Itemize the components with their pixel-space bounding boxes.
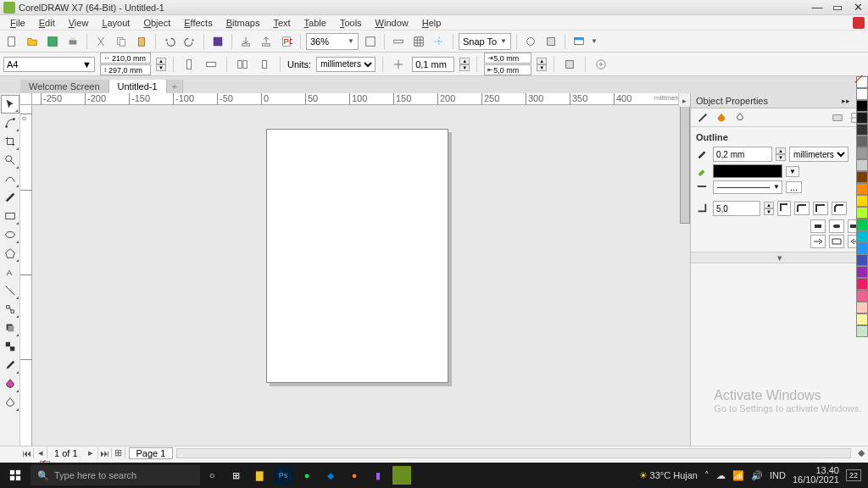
nav-diamond-icon[interactable]: ◆ bbox=[854, 447, 868, 458]
corner-opt-2[interactable] bbox=[813, 202, 828, 215]
photoshop-icon[interactable]: Ps bbox=[274, 466, 292, 485]
artistic-media-tool[interactable] bbox=[1, 188, 19, 207]
expand-dockers-icon[interactable]: ▸ bbox=[680, 97, 690, 107]
color-swatch[interactable] bbox=[856, 266, 868, 278]
close-button[interactable]: ✕ bbox=[851, 1, 865, 14]
task-view-icon[interactable]: ⊞ bbox=[224, 463, 248, 488]
current-page-button[interactable] bbox=[256, 56, 273, 73]
rectangle-tool[interactable] bbox=[1, 207, 19, 225]
zoom-tool[interactable] bbox=[1, 151, 19, 169]
color-swatch[interactable] bbox=[856, 183, 868, 195]
width-spinner[interactable]: ▲▼ bbox=[776, 147, 786, 161]
clock[interactable]: 13.4016/10/2021 bbox=[793, 466, 839, 485]
panel-expand-icon[interactable]: ▸▸ bbox=[842, 97, 850, 105]
color-swatch[interactable] bbox=[856, 100, 868, 112]
coreldraw-icon[interactable] bbox=[392, 466, 411, 485]
dup-spinner[interactable]: ▲▼ bbox=[537, 58, 547, 71]
first-page-button[interactable]: ⏮ bbox=[20, 448, 34, 458]
color-swatch[interactable] bbox=[856, 230, 868, 242]
freehand-tool[interactable] bbox=[1, 169, 19, 188]
menu-text[interactable]: Text bbox=[266, 18, 297, 28]
dim-spinner[interactable]: ▲▼ bbox=[156, 58, 166, 71]
publish-pdf-button[interactable]: PDF bbox=[278, 33, 295, 50]
options-button[interactable] bbox=[522, 33, 539, 50]
corner-opt-1[interactable] bbox=[794, 202, 810, 215]
fullscreen-button[interactable] bbox=[362, 33, 379, 50]
maximize-button[interactable]: ▭ bbox=[831, 1, 844, 14]
color-swatch[interactable] bbox=[856, 290, 868, 302]
line-style-combo[interactable]: ▼ bbox=[713, 180, 782, 194]
import-button[interactable] bbox=[237, 33, 254, 50]
shape-tool[interactable] bbox=[1, 114, 19, 132]
transparency-tool[interactable] bbox=[1, 337, 19, 356]
color-swatch[interactable] bbox=[856, 124, 868, 136]
transparency-tab-icon[interactable] bbox=[733, 111, 747, 125]
show-rulers-button[interactable] bbox=[390, 33, 407, 50]
menu-file[interactable]: File bbox=[3, 18, 32, 28]
export-button[interactable] bbox=[258, 33, 275, 50]
snap-to-combo[interactable]: Snap To ▼ bbox=[459, 33, 511, 50]
vertical-ruler[interactable]: 0 bbox=[20, 105, 32, 446]
menu-bitmaps[interactable]: Bitmaps bbox=[220, 18, 267, 28]
color-swatch[interactable] bbox=[856, 147, 868, 159]
zoom-input[interactable] bbox=[310, 36, 344, 47]
color-swatch[interactable] bbox=[856, 278, 868, 290]
dup-x-input[interactable]: ⇥5,0 mm bbox=[484, 53, 531, 64]
crop-tool[interactable] bbox=[1, 132, 19, 151]
paste-button[interactable] bbox=[133, 33, 150, 50]
notification-icon[interactable]: 22 bbox=[846, 469, 861, 481]
color-swatch[interactable] bbox=[856, 325, 868, 337]
color-swatch[interactable] bbox=[856, 207, 868, 219]
interactive-fill-tool[interactable] bbox=[1, 374, 19, 393]
page-tab[interactable]: Page 1 bbox=[129, 447, 174, 459]
wifi-icon[interactable]: 📶 bbox=[732, 470, 744, 481]
whatsapp-icon[interactable]: ● bbox=[295, 463, 319, 488]
arrow-share-button[interactable] bbox=[829, 235, 844, 248]
ellipse-tool[interactable] bbox=[1, 225, 19, 244]
corner-opt-3[interactable] bbox=[832, 202, 847, 215]
arrow-start-button[interactable] bbox=[810, 235, 826, 248]
outline-color-picker[interactable] bbox=[713, 164, 782, 178]
menu-window[interactable]: Window bbox=[369, 18, 415, 28]
firefox-icon[interactable]: ● bbox=[342, 463, 366, 488]
new-button[interactable] bbox=[3, 33, 20, 50]
no-color-swatch[interactable] bbox=[856, 76, 868, 88]
color-swatch[interactable] bbox=[856, 219, 868, 230]
more-styles-button[interactable]: ... bbox=[786, 181, 802, 193]
connector-tool[interactable] bbox=[1, 300, 19, 319]
horizontal-ruler[interactable]: -250 -200 -150 -100 -50 0 50 100 150 200… bbox=[32, 93, 690, 105]
cut-button[interactable] bbox=[92, 33, 109, 50]
fill-tab-icon[interactable] bbox=[715, 111, 728, 125]
taskbar-search[interactable]: 🔍Type here to search bbox=[31, 465, 200, 485]
search-content-button[interactable] bbox=[209, 33, 226, 50]
language-indicator[interactable]: IND bbox=[770, 470, 786, 480]
color-swatch[interactable] bbox=[856, 254, 868, 266]
show-grid-button[interactable] bbox=[410, 33, 427, 50]
hscrollbar[interactable] bbox=[176, 448, 851, 458]
tab-document[interactable]: Untitled-1 bbox=[109, 80, 167, 93]
vscode-icon[interactable]: ◆ bbox=[319, 463, 342, 488]
cortana-icon[interactable]: ○ bbox=[200, 463, 224, 488]
next-page-button[interactable]: ▸ bbox=[85, 447, 98, 458]
volume-icon[interactable]: 🔊 bbox=[751, 470, 763, 481]
outline-width-input[interactable] bbox=[713, 147, 772, 162]
weather-widget[interactable]: ☀ 33°C Hujan bbox=[639, 470, 698, 481]
color-swatch[interactable] bbox=[856, 242, 868, 254]
page-canvas[interactable] bbox=[266, 129, 448, 383]
color-swatch[interactable] bbox=[856, 159, 868, 171]
color-swatch[interactable] bbox=[856, 302, 868, 313]
cloud-icon[interactable]: ☁ bbox=[716, 470, 726, 481]
landscape-button[interactable] bbox=[203, 56, 220, 73]
open-button[interactable] bbox=[24, 33, 41, 50]
nudge-spinner[interactable]: ▲▼ bbox=[459, 58, 470, 71]
new-tab-button[interactable]: + bbox=[167, 80, 183, 93]
tray-chevron-icon[interactable]: ˄ bbox=[704, 470, 709, 481]
panel-icon[interactable] bbox=[831, 111, 844, 125]
portrait-button[interactable] bbox=[181, 56, 198, 73]
launch-button[interactable] bbox=[570, 33, 587, 50]
add-page-button[interactable]: ⊞ bbox=[112, 447, 125, 458]
canvas-area[interactable]: -250 -200 -150 -100 -50 0 50 100 150 200… bbox=[20, 93, 690, 446]
menu-effects[interactable]: Effects bbox=[177, 18, 219, 28]
menu-edit[interactable]: Edit bbox=[32, 18, 62, 28]
undo-button[interactable] bbox=[161, 33, 178, 50]
